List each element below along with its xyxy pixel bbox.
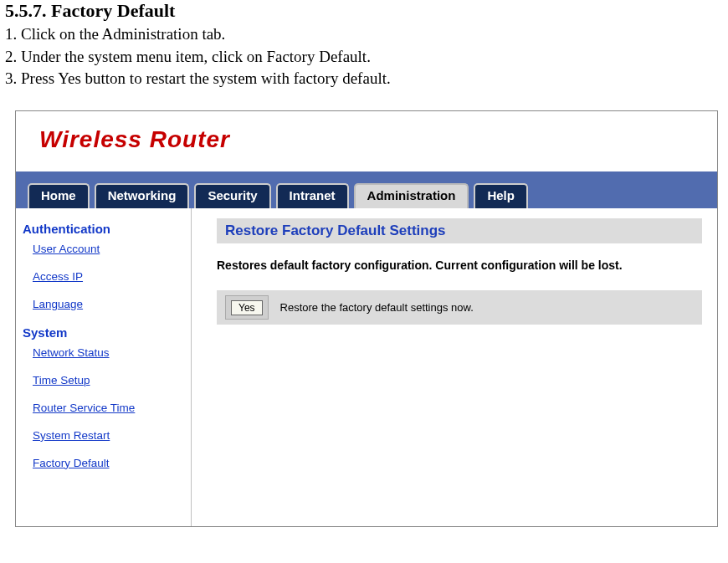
tab-help[interactable]: Help: [474, 183, 528, 208]
sidebar-item-system-restart[interactable]: System Restart: [33, 429, 184, 442]
doc-section-heading: 5.5.7. Factory Default: [0, 0, 728, 23]
router-header: Wireless Router: [16, 111, 717, 171]
doc-step: 2. Under the system menu item, click on …: [5, 46, 723, 69]
sidebar: Authentication User Account Access IP La…: [16, 208, 192, 526]
doc-step: 1. Click on the Administration tab.: [5, 23, 723, 46]
sidebar-item-time-setup[interactable]: Time Setup: [33, 374, 184, 386]
tab-networking[interactable]: Networking: [95, 183, 190, 208]
action-row: Yes Restore the factory default settings…: [217, 290, 702, 325]
yes-button[interactable]: Yes: [231, 300, 263, 315]
panel-title: Restore Factory Default Settings: [217, 218, 702, 243]
tab-bar: Home Networking Security Intranet Admini…: [16, 171, 717, 208]
router-logo: Wireless Router: [39, 126, 707, 153]
tab-home[interactable]: Home: [28, 183, 90, 208]
tab-administration[interactable]: Administration: [354, 183, 469, 208]
sidebar-group-title: Authentication: [23, 222, 184, 236]
main-panel: Restore Factory Default Settings Restore…: [192, 208, 717, 526]
tab-security[interactable]: Security: [194, 183, 270, 208]
doc-steps: 1. Click on the Administration tab. 2. U…: [0, 23, 728, 95]
sidebar-item-router-service-time[interactable]: Router Service Time: [33, 402, 184, 414]
content-area: Authentication User Account Access IP La…: [16, 208, 717, 526]
sidebar-group-system: System Network Status Time Setup Router …: [23, 325, 184, 469]
router-ui-screenshot: Wireless Router Home Networking Security…: [15, 110, 718, 527]
action-text: Restore the factory default settings now…: [280, 301, 474, 314]
tab-intranet[interactable]: Intranet: [276, 183, 349, 208]
yes-button-wrap: Yes: [225, 295, 269, 320]
doc-step: 3. Press Yes button to restart the syste…: [5, 68, 723, 90]
sidebar-group-title: System: [23, 325, 184, 340]
sidebar-item-language[interactable]: Language: [33, 298, 184, 310]
panel-description: Restores default factory configuration. …: [217, 258, 702, 272]
sidebar-item-access-ip[interactable]: Access IP: [33, 270, 184, 283]
sidebar-item-factory-default[interactable]: Factory Default: [33, 457, 184, 469]
sidebar-group-authentication: Authentication User Account Access IP La…: [23, 222, 184, 310]
sidebar-item-network-status[interactable]: Network Status: [33, 346, 184, 359]
sidebar-item-user-account[interactable]: User Account: [33, 243, 184, 255]
